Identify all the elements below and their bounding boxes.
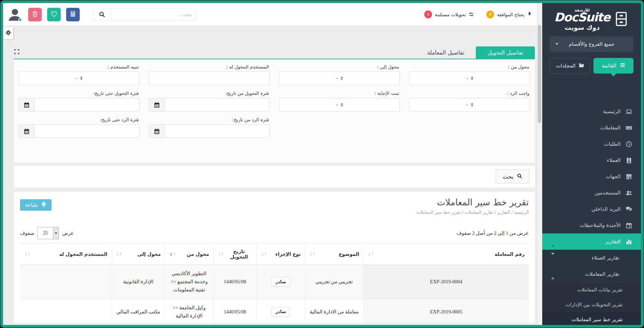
sort-icon: ↓↑ bbox=[24, 252, 30, 257]
sidebar-item-agenda[interactable]: الأجندة والملاحظات bbox=[542, 217, 641, 233]
sidebar-group-client-reports[interactable]: تقارير العملاء bbox=[542, 250, 641, 266]
logo-title: DocSuite bbox=[554, 11, 610, 24]
calendar-icon[interactable] bbox=[19, 125, 35, 138]
sidebar-item-entities[interactable]: الجهات bbox=[542, 168, 641, 185]
notify-user-select[interactable]: - bbox=[19, 71, 139, 85]
reply-from-date-input[interactable] bbox=[165, 125, 269, 138]
filter-from: محول من : - bbox=[409, 61, 530, 85]
sidebar-item-requests[interactable]: الطلبات bbox=[542, 136, 641, 152]
filter-notify-user: تنبيه المستخدم : - bbox=[19, 61, 139, 85]
online-status-dot bbox=[18, 18, 22, 22]
avatar[interactable] bbox=[7, 7, 23, 22]
sidebar-item-reports[interactable]: التقارير bbox=[542, 233, 641, 250]
branch-selector[interactable]: جميع الفروع والأقسام bbox=[550, 36, 633, 52]
search-icon[interactable] bbox=[93, 8, 111, 21]
sidebar-item-internal-mail[interactable]: البريد الداخلي bbox=[542, 201, 641, 217]
from-select[interactable]: - bbox=[409, 71, 530, 85]
select-spinner-icon bbox=[80, 77, 82, 80]
table-row[interactable]: EXP-2019-0004 تجريبي من تجريبي صادر 1440… bbox=[20, 265, 529, 299]
tab-transfer-details[interactable]: تفاصيل التحويل bbox=[476, 46, 535, 59]
app-frame: للأرشفة DocSuite دوك سويت جميع الفروع وا… bbox=[0, 0, 644, 328]
cabinet-icon bbox=[613, 11, 629, 28]
folders-mode-button[interactable]: المجلدات bbox=[550, 58, 590, 74]
reply-required-select[interactable]: - bbox=[409, 98, 530, 111]
transfer-from-date-input[interactable] bbox=[165, 98, 269, 111]
table-controls: عرض من 1 إلى 2 من أصل 2 صفوف عرض 25 صفوف bbox=[20, 227, 529, 239]
column-header-assigned-user[interactable]: المستخدم المحول له ↓↑ bbox=[20, 244, 112, 265]
filter-reply-from-date: فترة الرد من تاريخ: bbox=[149, 114, 270, 138]
id-badge-icon bbox=[626, 157, 632, 164]
calculator-button[interactable] bbox=[66, 8, 80, 21]
chevron-down-icon bbox=[555, 43, 559, 45]
screenshot-stage: للأرشفة DocSuite دوك سويت جميع الفروع وا… bbox=[0, 0, 644, 328]
search-button[interactable]: بحث bbox=[496, 170, 529, 183]
menu-mode-button[interactable]: القائمة bbox=[593, 58, 633, 74]
cell-transferred-to: الإدارة القانونية bbox=[112, 265, 165, 299]
sidebar-item-home[interactable]: الرئيسية bbox=[542, 103, 641, 120]
notifications: يحتاج الموافقة 5 تحويلات مستلمة 1 bbox=[424, 11, 532, 18]
column-header-subject[interactable]: الموضوع ↓↑ bbox=[305, 244, 364, 265]
folder-icon bbox=[579, 62, 584, 69]
sidebar-item-users[interactable]: المستخدمين bbox=[542, 185, 641, 201]
trash-icon bbox=[32, 11, 38, 18]
answered-select[interactable]: - bbox=[279, 98, 400, 111]
print-button[interactable]: طباعة bbox=[20, 199, 52, 211]
users-icon bbox=[626, 190, 632, 196]
breadcrumb: الرئيسية / التقارير / تقارير المعاملات /… bbox=[416, 210, 529, 215]
select-spinner-icon bbox=[341, 77, 343, 80]
sidebar-group-transaction-reports[interactable]: تقارير المعاملات bbox=[542, 266, 641, 282]
received-transfers-notification[interactable]: تحويلات مستلمة 1 bbox=[424, 11, 474, 18]
settings-button[interactable] bbox=[3, 27, 13, 39]
search-icon bbox=[517, 173, 522, 180]
scrollbar-thumb[interactable] bbox=[538, 25, 541, 123]
app-logo[interactable]: للأرشفة DocSuite دوك سويت bbox=[542, 3, 641, 33]
favorites-button[interactable] bbox=[47, 8, 61, 21]
sidebar-item-transfers-between-departments-report[interactable]: تقرير التحويلات بين الإدارات bbox=[542, 297, 641, 312]
sidebar-item-transaction-data-report[interactable]: تقرير بيانات المعاملات bbox=[542, 282, 641, 297]
approval-count-badge: 5 bbox=[486, 11, 494, 18]
menu-mode-label: القائمة bbox=[602, 63, 616, 69]
select-spinner-icon bbox=[471, 77, 473, 80]
report-panel: تقرير خط سير المعاملات الرئيسية / التقار… bbox=[14, 192, 535, 323]
sidebar-item-transactions[interactable]: المعاملات bbox=[542, 120, 641, 136]
assigned-user-field[interactable] bbox=[149, 71, 270, 85]
filter-reply-required: واجب الرد : - bbox=[409, 88, 530, 111]
transfer-to-date-input[interactable] bbox=[35, 98, 139, 111]
branch-selector-label: جميع الفروع والأقسام bbox=[569, 41, 614, 47]
expand-icon[interactable] bbox=[14, 49, 20, 55]
chevron-down-icon bbox=[53, 227, 59, 239]
trash-button[interactable] bbox=[28, 8, 42, 21]
sidebar: للأرشفة DocSuite دوك سويت جميع الفروع وا… bbox=[542, 3, 641, 325]
page-length-select[interactable]: 25 bbox=[37, 227, 59, 239]
search-input[interactable] bbox=[111, 8, 196, 21]
received-count-badge: 1 bbox=[424, 11, 432, 18]
to-select[interactable]: - bbox=[279, 71, 400, 85]
desktop-icon bbox=[626, 108, 632, 115]
table-row[interactable]: EXP-2019-0005 معاملة من الادارة المالية … bbox=[20, 299, 529, 323]
filter-assigned-user: المستخدم المحول له : bbox=[149, 61, 270, 85]
needs-approval-notification[interactable]: يحتاج الموافقة 5 bbox=[486, 11, 532, 18]
pin-icon bbox=[527, 12, 532, 17]
calendar-icon[interactable] bbox=[149, 98, 165, 111]
sidebar-item-clients[interactable]: العملاء bbox=[542, 152, 641, 168]
page-scrollbar[interactable] bbox=[537, 3, 542, 325]
column-header-action-type[interactable]: نوع الإجراء ↓↑ bbox=[257, 244, 305, 265]
cell-assigned-user bbox=[20, 265, 112, 299]
cell-transaction-number: EXP-2019-0004 bbox=[364, 265, 529, 299]
cell-action-type: صادر bbox=[257, 299, 305, 323]
sidebar-item-transaction-route-report[interactable]: تقرير خط سير المعاملات bbox=[542, 312, 641, 325]
column-header-transferred-to[interactable]: محول إلى ↓↑ bbox=[112, 244, 165, 265]
cell-assigned-user bbox=[20, 299, 112, 323]
calendar-icon[interactable] bbox=[149, 125, 165, 138]
tab-transaction-details[interactable]: تفاصيل المعاملة bbox=[415, 46, 476, 59]
reply-to-date-input[interactable] bbox=[35, 125, 139, 138]
column-header-transaction-number[interactable]: رقم المعاملة ↓↑ bbox=[364, 244, 529, 265]
filter-transfer-to-date: فترة التحويل حتى تاريخ: bbox=[19, 88, 139, 111]
column-header-transfer-date[interactable]: تاريخ التحويل ↓↑ bbox=[213, 244, 257, 265]
column-header-transferred-from[interactable]: محول من ↓↑ bbox=[165, 244, 214, 265]
calendar-icon[interactable] bbox=[19, 98, 35, 111]
filter-transfer-from-date: فترة التحويل من تاريخ: bbox=[149, 88, 270, 111]
detail-tabs: تفاصيل التحويل تفاصيل المعاملة bbox=[14, 46, 535, 59]
filter-actions: بحث bbox=[14, 166, 535, 187]
filter-reply-to-date: فترة الرد حتى تاريخ: bbox=[19, 114, 139, 138]
